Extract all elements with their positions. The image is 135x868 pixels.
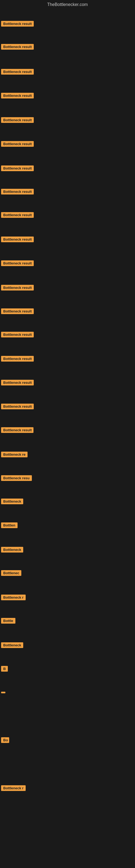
list-item: Bottleneck result xyxy=(1,308,34,315)
list-item: Bottleneck result xyxy=(1,44,34,51)
bottleneck-label: Bo xyxy=(1,737,9,743)
bottleneck-label: Bottleneck r xyxy=(1,595,26,600)
list-item: Bottleneck result xyxy=(1,21,34,28)
bottleneck-label: Bottleneck result xyxy=(1,237,34,242)
list-item: Bottlen xyxy=(1,522,17,529)
bottleneck-label: Bottleneck xyxy=(1,547,23,553)
bottleneck-label: Bottleneck result xyxy=(1,427,34,433)
bottleneck-label: Bottleneck result xyxy=(1,141,34,147)
bottleneck-label: Bottleneck xyxy=(1,642,23,648)
bottleneck-label: Bottleneck result xyxy=(1,332,34,337)
bottleneck-label: Bottleneck result xyxy=(1,21,34,27)
bottleneck-label: Bottleneck result xyxy=(1,165,34,171)
bottleneck-label: Bottleneck result xyxy=(1,189,34,194)
list-item: Bottlenec xyxy=(1,570,21,577)
list-item: Bottleneck r xyxy=(1,785,26,792)
list-item: Bottleneck result xyxy=(1,332,34,339)
list-item: Bottleneck result xyxy=(1,380,34,386)
list-item xyxy=(1,689,5,694)
bottleneck-label: Bottleneck xyxy=(1,499,23,504)
list-item: Bottleneck result xyxy=(1,69,34,76)
bottleneck-label: Bottleneck re xyxy=(1,452,28,457)
rows-container: Bottleneck resultBottleneck resultBottle… xyxy=(0,8,135,868)
page-container: TheBottlenecker.com Bottleneck resultBot… xyxy=(0,0,135,868)
bottleneck-label: Bottlen xyxy=(1,522,17,528)
bottleneck-label xyxy=(1,692,5,693)
list-item: Bottleneck result xyxy=(1,212,34,219)
bottleneck-label: Bottleneck result xyxy=(1,380,34,385)
bottleneck-label: Bottleneck result xyxy=(1,404,34,409)
list-item: Bottleneck result xyxy=(1,285,34,291)
bottleneck-label: Bottleneck result xyxy=(1,117,34,123)
bottleneck-label: Bottleneck resu xyxy=(1,475,32,481)
bottleneck-label: Bottleneck result xyxy=(1,260,34,266)
bottleneck-label: Bottleneck result xyxy=(1,93,34,98)
list-item: Bottleneck xyxy=(1,547,23,554)
list-item: Bottleneck result xyxy=(1,260,34,267)
list-item: Bottleneck result xyxy=(1,427,34,434)
bottleneck-label: Bottlenec xyxy=(1,570,21,576)
list-item: Bottleneck result xyxy=(1,93,34,99)
list-item: Bottleneck result xyxy=(1,189,34,195)
bottleneck-label: Bottleneck result xyxy=(1,212,34,218)
list-item: Bottleneck result xyxy=(1,237,34,243)
list-item: Bottleneck xyxy=(1,642,23,649)
list-item: Bottleneck xyxy=(1,499,23,505)
site-title: TheBottlenecker.com xyxy=(0,0,135,8)
list-item: Bo xyxy=(1,737,9,744)
list-item: Bottleneck result xyxy=(1,141,34,148)
list-item: Bottleneck re xyxy=(1,452,28,458)
list-item: Bottleneck result xyxy=(1,165,34,172)
list-item: B xyxy=(1,666,8,673)
list-item: Bottleneck result xyxy=(1,404,34,410)
list-item: Bottle xyxy=(1,618,15,625)
bottleneck-label: Bottleneck result xyxy=(1,44,34,50)
list-item: Bottleneck result xyxy=(1,117,34,124)
list-item: Bottleneck result xyxy=(1,356,34,363)
bottleneck-label: B xyxy=(1,666,8,672)
bottleneck-label: Bottleneck r xyxy=(1,785,26,791)
bottleneck-label: Bottleneck result xyxy=(1,69,34,74)
bottleneck-label: Bottleneck result xyxy=(1,308,34,314)
bottleneck-label: Bottleneck result xyxy=(1,285,34,290)
bottleneck-label: Bottle xyxy=(1,618,15,624)
bottleneck-label: Bottleneck result xyxy=(1,356,34,362)
list-item: Bottleneck r xyxy=(1,595,26,601)
list-item: Bottleneck resu xyxy=(1,475,32,482)
